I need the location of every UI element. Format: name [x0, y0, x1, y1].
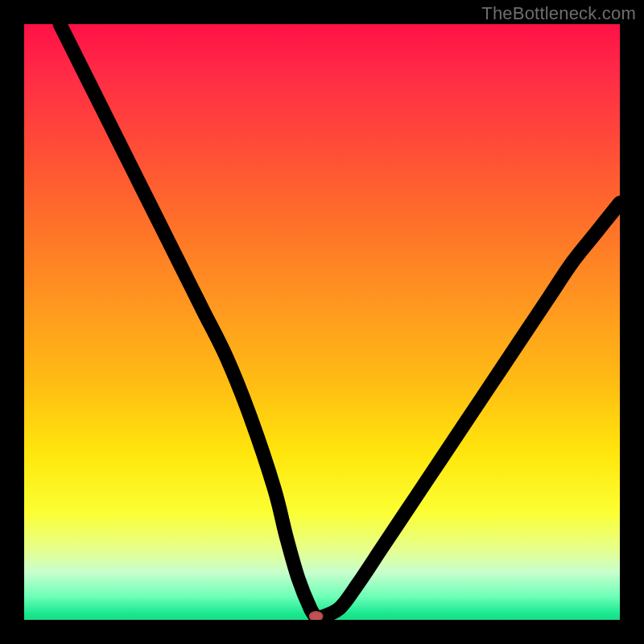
bottleneck-plot — [24, 24, 620, 620]
optimum-marker — [309, 611, 324, 620]
plot-area — [24, 24, 620, 620]
bottleneck-curve — [60, 24, 620, 618]
watermark-text: TheBottleneck.com — [481, 3, 636, 24]
chart-frame: TheBottleneck.com — [0, 0, 644, 644]
